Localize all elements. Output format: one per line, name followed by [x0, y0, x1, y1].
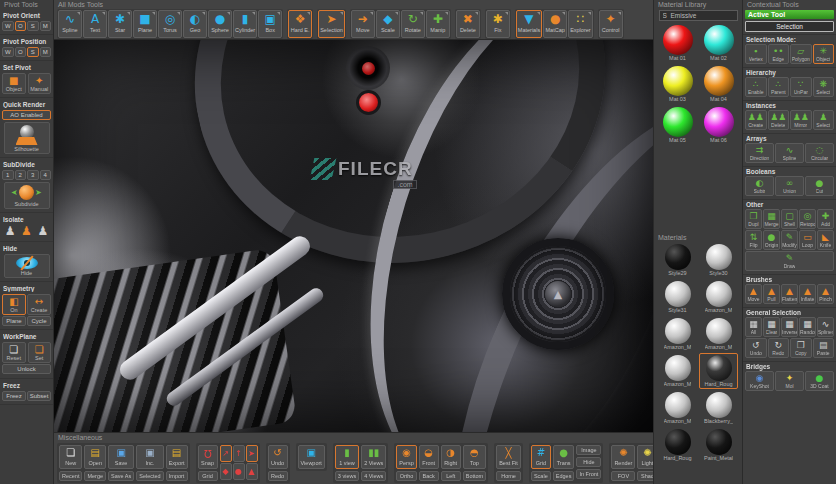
ctx-mirror-button[interactable]: ♟♟Mirror — [790, 110, 812, 130]
tool-cylinder[interactable]: ▮Cylinder — [233, 10, 257, 38]
bottom-fov-button[interactable]: FOV — [611, 471, 635, 481]
ctx-modify-button[interactable]: ✎Modify — [781, 230, 798, 250]
bottom-2-views-button[interactable]: ▮▮2 Views — [361, 445, 386, 469]
ctx-union-button[interactable]: ∞Union — [775, 176, 804, 196]
tool-star[interactable]: ✱Star — [108, 10, 132, 38]
tool-sphere[interactable]: ●Sphere — [208, 10, 232, 38]
isolate-figure-0-icon[interactable]: ♟ — [5, 225, 16, 238]
active-tool-value[interactable]: Selection — [745, 21, 834, 32]
tool-manip[interactable]: ✚Manip — [426, 10, 450, 38]
bottom-ortho-button[interactable]: Ortho — [396, 471, 416, 481]
pivot-position-w[interactable]: W — [2, 47, 14, 57]
ctx-random-button[interactable]: ▦Random — [799, 317, 816, 337]
snap-option-1[interactable]: ↑ — [233, 445, 245, 462]
workplane-set-button[interactable]: ❏Set — [28, 342, 52, 363]
ctx-inflate-button[interactable]: ▲Inflate — [799, 284, 816, 304]
bottom-render-button[interactable]: ✺Render — [611, 445, 635, 469]
material-thumb-style31-2[interactable]: Style31 — [658, 279, 697, 315]
bottom-merge-button[interactable]: Merge — [84, 471, 106, 481]
bottom-scale-button[interactable]: Scale — [531, 471, 551, 481]
tool-hard-e[interactable]: ❖Hard E. — [288, 10, 312, 38]
bottom-inc-button[interactable]: ▣Inc. — [136, 445, 163, 469]
tool-delete[interactable]: ✖Delete — [456, 10, 480, 38]
bottom-4-views-button[interactable]: 4 Views — [361, 471, 386, 481]
ctx-flip-button[interactable]: ⇅Flip — [745, 230, 762, 250]
tool-selection[interactable]: ➤Selection — [318, 10, 345, 38]
tool-scale[interactable]: ◆Scale — [376, 10, 400, 38]
ao-enabled-toggle[interactable]: AO Enabled — [2, 110, 51, 120]
ctx-edge-button[interactable]: ••Edge — [768, 44, 790, 64]
ctx-knife-button[interactable]: ◣Knife — [817, 230, 834, 250]
bottom-best-fit-button[interactable]: ╳Best Fit — [496, 445, 521, 469]
snap-option-0[interactable]: ↗ — [220, 445, 232, 462]
ctx-parent-button[interactable]: ∴Parent — [768, 77, 790, 97]
symmetry-cycle-button[interactable]: Cycle — [27, 316, 51, 326]
material-mat-03[interactable]: Mat 03 — [658, 64, 697, 104]
ctx-shell-button[interactable]: ▢Shell — [781, 209, 798, 229]
ctx-keyshot-button[interactable]: ◉KeyShot — [745, 371, 774, 391]
tool-move[interactable]: ➜Move — [351, 10, 375, 38]
bottom-recent-button[interactable]: Recent — [59, 471, 82, 481]
tool-torus[interactable]: ◎Torus — [158, 10, 182, 38]
bottom-selected-button[interactable]: Selected — [136, 471, 163, 481]
tool-plane[interactable]: ■Plane — [133, 10, 157, 38]
bottom-trans-button[interactable]: ●Trans — [553, 445, 575, 469]
freez-subset-button[interactable]: Subset — [27, 391, 51, 401]
ctx-clear-button[interactable]: ▦Clear — [763, 317, 780, 337]
bottom-3-views-button[interactable]: 3 views — [335, 471, 359, 481]
pivot-orient-m[interactable]: M — [40, 21, 52, 31]
silhouette-button[interactable]: Silhouette — [4, 122, 50, 154]
symmetry-plane-button[interactable]: Plane — [2, 316, 26, 326]
tool-rotate[interactable]: ↻Rotate — [401, 10, 425, 38]
tool-materials[interactable]: ▼Materials — [516, 10, 542, 38]
bottom-open-button[interactable]: ▤Open — [84, 445, 106, 469]
ctx-paste-button[interactable]: ▤Paste — [813, 338, 835, 358]
ctx-3d-coat-button[interactable]: ●3D Coat — [805, 371, 834, 391]
ctx-pinch-button[interactable]: ▲Pinch — [817, 284, 834, 304]
ctx-dupl-button[interactable]: ❐Dupl — [745, 209, 762, 229]
bottom-1-view-button[interactable]: ▮1 view — [335, 445, 359, 469]
pivot-orient-o[interactable]: O — [15, 21, 27, 31]
snap-option-4[interactable]: ● — [233, 463, 245, 480]
material-thumb-amazon-m-3[interactable]: Amazon_M — [699, 279, 738, 315]
bottom-grid-button[interactable]: #Grid — [531, 445, 551, 469]
ctx-spline-button[interactable]: ∿Spline — [775, 143, 804, 163]
pivot-orient-w[interactable]: W — [2, 21, 14, 31]
subdivide-level-3[interactable]: 3 — [27, 170, 39, 180]
ctx-move-button[interactable]: ▲Move — [745, 284, 762, 304]
tool-control[interactable]: ✦Control — [599, 10, 623, 38]
material-thumb-paint-metal-11[interactable]: Paint_Metal — [699, 427, 738, 463]
tool-geo[interactable]: ◐Geo — [183, 10, 207, 38]
ctx-inverse-button[interactable]: ▦Inverse — [781, 317, 798, 337]
tool-spline[interactable]: ∿Spline — [58, 10, 82, 38]
ctx-polygon-button[interactable]: ▱Polygon — [790, 44, 812, 64]
set-pivot-object-button[interactable]: ■Object — [2, 73, 26, 94]
material-thumb-amazon-m-4[interactable]: Amazon_M — [658, 316, 697, 352]
ctx-retopo-button[interactable]: ◎Retopo — [799, 209, 816, 229]
bottom-left-button[interactable]: Left — [441, 471, 461, 481]
bottom-right-button[interactable]: ◑Right — [441, 445, 461, 469]
bottom-top-button[interactable]: ◓Top — [463, 445, 486, 469]
ctx-copy-button[interactable]: ❐Copy — [790, 338, 812, 358]
isolate-figure-1-icon[interactable]: ♟ — [21, 225, 32, 238]
bottom-hide-button[interactable]: Hide — [576, 457, 601, 467]
freez-freez-button[interactable]: Freez — [2, 391, 26, 401]
ctx-subtr-button[interactable]: ◐Subtr — [745, 176, 774, 196]
ctx-merge-button[interactable]: ▦Merge — [763, 209, 780, 229]
tool-box[interactable]: ▣Box — [258, 10, 282, 38]
ctx-origin-button[interactable]: ●Origin — [763, 230, 780, 250]
material-search-input[interactable] — [659, 10, 738, 21]
material-mat-05[interactable]: Mat 05 — [658, 105, 697, 145]
material-thumb-amazon-m-8[interactable]: Amazon_M — [658, 390, 697, 426]
ctx-loop-button[interactable]: ▭Loop — [799, 230, 816, 250]
bottom-save-button[interactable]: ▣Save — [108, 445, 134, 469]
material-mat-01[interactable]: Mat 01 — [658, 23, 697, 63]
bottom-persp-button[interactable]: ◉Persp — [396, 445, 416, 469]
bottom-grid-button[interactable]: Grid — [198, 471, 218, 481]
material-mat-02[interactable]: Mat 02 — [699, 23, 738, 63]
bottom-export-button[interactable]: ▤Export — [166, 445, 188, 469]
ctx-cut-button[interactable]: ●Cut — [805, 176, 834, 196]
bottom-redo-button[interactable]: Redo — [268, 471, 288, 481]
bottom-back-button[interactable]: Back — [419, 471, 439, 481]
ctx-redo-button[interactable]: ↻Redo — [768, 338, 790, 358]
